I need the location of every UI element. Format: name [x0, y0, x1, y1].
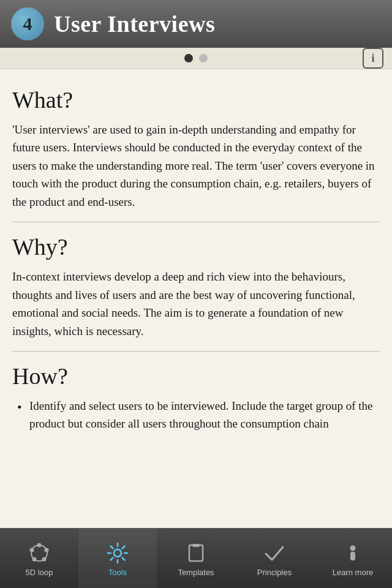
section-how: How? Identify and select users to be int… — [12, 363, 380, 433]
section-why-title: Why? — [12, 233, 380, 260]
learn-more-icon — [341, 541, 365, 565]
nav-label-templates: Templates — [178, 568, 214, 577]
svg-rect-18 — [350, 552, 355, 560]
section-what: What? 'User interviews' are used to gain… — [12, 86, 380, 211]
section-why-text: In-context interviews develop a deep and… — [12, 268, 380, 340]
svg-point-5 — [30, 548, 34, 552]
svg-point-4 — [32, 557, 37, 562]
page-indicator-bar: i — [0, 48, 392, 69]
svg-point-2 — [45, 548, 49, 552]
main-content: What? 'User interviews' are used to gain… — [0, 69, 392, 528]
info-button[interactable]: i — [363, 48, 383, 69]
nav-item-principles[interactable]: Principles — [235, 529, 314, 588]
svg-rect-15 — [189, 545, 203, 561]
5d-loop-icon — [27, 541, 51, 565]
svg-point-17 — [350, 546, 356, 551]
nav-item-tools[interactable]: Tools — [78, 529, 157, 588]
bullet-item-1: Identify and select users to be intervie… — [12, 397, 380, 433]
nav-label-tools: Tools — [108, 568, 127, 577]
page-header: 4 User Interviews — [0, 0, 392, 48]
section-what-text: 'User interviews' are used to gain in-de… — [12, 121, 380, 211]
svg-line-11 — [111, 546, 113, 549]
dot-2 — [199, 54, 208, 62]
pagination-dots — [184, 54, 208, 62]
tools-icon — [105, 541, 130, 565]
how-bullet-list: Identify and select users to be intervie… — [12, 397, 380, 433]
svg-rect-16 — [192, 544, 200, 547]
svg-point-3 — [42, 557, 47, 562]
principles-icon — [262, 541, 287, 565]
svg-line-14 — [111, 558, 113, 560]
templates-icon — [184, 541, 208, 565]
section-how-title: How? — [12, 363, 380, 390]
nav-item-5d-loop[interactable]: 5D loop — [0, 529, 78, 588]
svg-line-12 — [123, 558, 125, 560]
page-number: 4 — [11, 7, 44, 40]
divider-2 — [12, 351, 380, 352]
nav-item-learn-more[interactable]: Learn more — [314, 529, 392, 588]
svg-line-13 — [123, 546, 125, 549]
svg-point-6 — [114, 549, 121, 557]
bottom-navigation: 5D loop Tools — [0, 528, 392, 588]
section-what-title: What? — [12, 86, 380, 113]
nav-item-templates[interactable]: Templates — [157, 529, 235, 588]
nav-label-5d-loop: 5D loop — [26, 568, 53, 577]
svg-point-1 — [37, 543, 42, 548]
divider-1 — [12, 222, 380, 222]
page-title: User Interviews — [54, 10, 215, 37]
nav-label-principles: Principles — [257, 568, 292, 577]
dot-1 — [184, 54, 193, 62]
section-why: Why? In-context interviews develop a dee… — [12, 233, 380, 340]
nav-label-learn-more: Learn more — [333, 568, 373, 577]
